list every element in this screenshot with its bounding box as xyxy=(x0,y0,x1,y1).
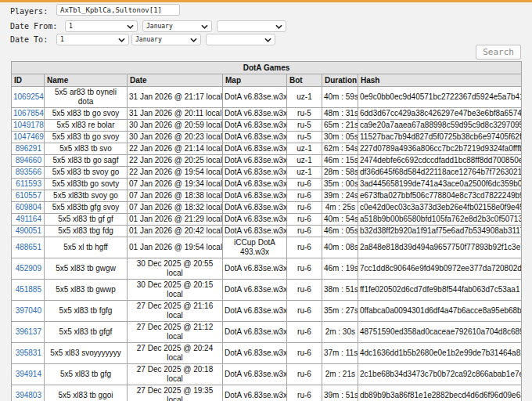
game-name: 5x5 xl83 tb gf gf xyxy=(45,214,128,226)
game-hash: 6dd3d67cc429a38c426297e47be3e6bf8a65744f xyxy=(358,108,522,120)
game-name: 5x5 xl tb hgff xyxy=(45,237,128,258)
table-title-row: DotA Games xyxy=(12,62,522,74)
game-map: DotA v6.83se.w3x xyxy=(223,155,287,167)
game-name: 5x5 xl83 svoyyyyyyy xyxy=(45,343,128,364)
game-map: DotA v6.83se.w3x xyxy=(223,179,287,190)
game-hash: df36d645f68d584d22118ace12764b7f72630216 xyxy=(358,167,522,179)
game-date: 22 Jan 2026 @ 20:25 local xyxy=(128,155,223,167)
game-hash: db89b9b3a86f81e1e2882becd4d6d6f96d09e6a1 xyxy=(358,385,522,401)
date-from-month-select[interactable]: January xyxy=(142,20,212,32)
game-id-link[interactable]: 1049178 xyxy=(13,121,44,129)
game-id-link[interactable]: 610557 xyxy=(16,191,41,200)
game-id-cell: 451885 xyxy=(12,280,45,301)
game-duration: 39m : 51s xyxy=(322,385,358,401)
game-hash: 0ffabca0a0094301d6df4a47b6acce8a95eb68bb xyxy=(358,301,522,322)
table-title: DotA Games xyxy=(12,62,522,74)
game-name: 5x5 xl83 tb ggoi xyxy=(45,385,128,401)
game-id-cell: 611593 xyxy=(12,179,45,190)
table-row: 488651 5x5 xl tb hgff 01 Jan 2026 @ 19:5… xyxy=(12,237,522,258)
col-header-name: Name xyxy=(45,74,128,87)
game-id-link[interactable]: 397040 xyxy=(16,306,41,315)
game-bot: uz-1 xyxy=(287,87,322,108)
game-bot: ru-6 xyxy=(287,226,322,237)
game-name: 5x5 xl83 tb go sagf xyxy=(45,155,128,167)
table-row: 609804 5x5 xl83tb gfg svoy 07 Jan 2026 @… xyxy=(12,202,522,214)
game-bot: ru-6 xyxy=(287,179,322,190)
game-bot: ru-6 xyxy=(287,237,322,258)
game-id-link[interactable]: 395831 xyxy=(16,349,41,357)
players-input[interactable] xyxy=(56,4,180,16)
game-id-link[interactable]: 394914 xyxy=(16,370,41,378)
table-row: 893566 5x5 xl83 tb svoy go 22 Jan 2026 @… xyxy=(12,167,522,179)
game-id-cell: 490051 xyxy=(12,226,45,237)
date-to-year-select[interactable] xyxy=(206,34,275,45)
game-id-link[interactable]: 893566 xyxy=(16,168,41,176)
chevron-down-icon xyxy=(264,38,271,42)
game-name: 5x5 xl83 re bolar xyxy=(45,120,128,132)
game-duration: 38m : 51s xyxy=(322,280,358,301)
game-id-link[interactable]: 1047469 xyxy=(13,132,44,141)
game-id-link[interactable]: 452909 xyxy=(16,264,41,273)
game-duration: 30m : 05s xyxy=(322,132,358,143)
game-id-link[interactable]: 894660 xyxy=(16,156,41,164)
game-hash: 4dc1636dd1b5b2680e0e1b2e99de7b31464a82e6 xyxy=(358,343,522,364)
game-id-cell: 893566 xyxy=(12,167,45,179)
search-button[interactable]: Search xyxy=(476,45,521,60)
game-id-cell: 1069254 xyxy=(12,87,45,108)
game-bot: ru-5 xyxy=(287,120,322,132)
game-hash: e673fba027bbf506c778804e8c73cd7822249b93 xyxy=(358,190,522,202)
game-bot: uz-1 xyxy=(287,143,322,155)
table-row: 491164 5x5 xl83 tb gf gf 01 Jan 2026 @ 2… xyxy=(12,214,522,226)
games-table-body: 1069254 5x5 ar83 tb oyneli dota 31 Jan 2… xyxy=(12,87,522,401)
game-map: DotA v6.83se.w3x xyxy=(223,301,287,322)
game-id-cell: 491164 xyxy=(12,214,45,226)
date-from-day-select[interactable]: 1 xyxy=(65,20,138,32)
game-date: 07 Jan 2026 @ 18:38 local xyxy=(128,190,223,202)
table-row: 452909 5x5 xl83 tb gwgw 30 Dec 2025 @ 20… xyxy=(12,258,522,280)
game-bot: uz-1 xyxy=(287,155,322,167)
game-map: iCCup DotA 493.w3x xyxy=(223,237,287,258)
date-to-month-select[interactable]: January xyxy=(131,34,201,45)
game-name: 5x5 xl83 tb svo xyxy=(45,143,128,155)
game-name: 5x5 xl83 tb svoy go xyxy=(45,167,128,179)
game-hash: b32d38ff2b920a1f91af75e6ad7b534908ab3117 xyxy=(358,226,522,237)
game-date: 27 Dec 2025 @ 19:35 local xyxy=(128,385,223,401)
select-value: January xyxy=(135,36,162,43)
game-date: 01 Jan 2026 @ 20:42 local xyxy=(128,226,223,237)
game-date: 30 Dec 2025 @ 20:55 local xyxy=(128,258,223,280)
date-to-day-select[interactable]: 1 xyxy=(56,34,129,45)
table-row: 1067854 5x5 xl83 tb go svoy 31 Jan 2026 … xyxy=(12,108,522,120)
game-id-cell: 452909 xyxy=(12,258,45,280)
game-id-link[interactable]: 488651 xyxy=(16,243,41,251)
select-value: 1 xyxy=(69,23,73,30)
game-duration: 28m : 58s xyxy=(322,167,358,179)
game-map: DotA v6.83se.w3x xyxy=(223,143,287,155)
game-id-cell: 394914 xyxy=(12,364,45,385)
game-name: 5x5 xl83 tb gwgw xyxy=(45,258,128,280)
game-id-link[interactable]: 396137 xyxy=(16,327,41,336)
game-id-link[interactable]: 490051 xyxy=(16,226,41,235)
game-id-link[interactable]: 611593 xyxy=(16,179,41,188)
game-map: DotA v6.83se.w3x xyxy=(223,343,287,364)
game-id-cell: 394803 xyxy=(12,385,45,401)
table-row: 395831 5x5 xl83 svoyyyyyyy 27 Dec 2025 @… xyxy=(12,343,522,364)
game-id-link[interactable]: 609804 xyxy=(16,203,41,211)
game-date: 31 Jan 2026 @ 21:17 local xyxy=(128,87,223,108)
game-id-cell: 396137 xyxy=(12,322,45,343)
game-id-link[interactable]: 896291 xyxy=(16,144,41,153)
game-name: 5x5 xl83 tb gfg xyxy=(45,364,128,385)
date-from-year-select[interactable] xyxy=(217,20,286,32)
game-map: DotA v6.83se.w3x xyxy=(223,202,287,214)
game-name: 5x5 xl83 tb go svoy xyxy=(45,108,128,120)
game-id-link[interactable]: 451885 xyxy=(16,285,41,294)
game-date: 30 Jan 2026 @ 20:23 local xyxy=(128,132,223,143)
game-hash: 48751590ed358ad0caceae792610a704d8c68975 xyxy=(358,322,522,343)
game-id-cell: 894660 xyxy=(12,155,45,167)
game-hash: ca9e20a7aaea67a88998c59d95c9d8c329709588 xyxy=(358,120,522,132)
game-id-link[interactable]: 394803 xyxy=(16,391,41,399)
game-bot: ru-6 xyxy=(287,202,322,214)
date-to-label: Date To: xyxy=(10,35,48,44)
game-id-link[interactable]: 1069254 xyxy=(13,92,44,101)
game-id-link[interactable]: 1067854 xyxy=(13,109,44,117)
game-id-link[interactable]: 491164 xyxy=(16,215,41,223)
